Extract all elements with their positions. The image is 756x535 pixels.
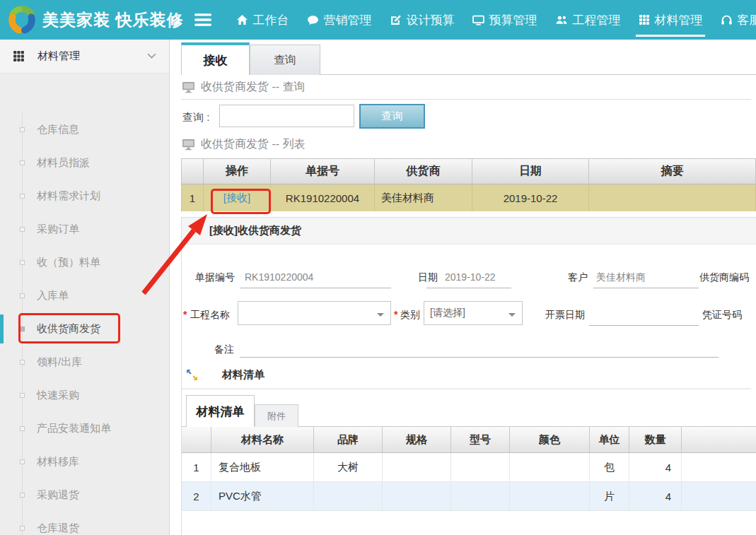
query-section-title: 收供货商发货 -- 查询 bbox=[182, 80, 306, 95]
customer-underline bbox=[593, 288, 699, 288]
invoice-date-label: 开票日期 bbox=[545, 309, 585, 322]
bullet-icon bbox=[20, 227, 25, 232]
chat-icon bbox=[307, 14, 319, 26]
bullet-icon bbox=[20, 127, 25, 132]
date-underline bbox=[426, 288, 511, 288]
material-row[interactable]: 2 PVC水管 片 4 bbox=[182, 482, 756, 511]
nav-item-customer-service[interactable]: 客服管理 bbox=[711, 0, 756, 40]
header-blank bbox=[682, 427, 756, 453]
nav-item-label: 客服管理 bbox=[737, 12, 756, 28]
header-action: 操作 bbox=[204, 158, 271, 184]
sidebar-item-material-demand-plan[interactable]: 材料需求计划 bbox=[0, 180, 168, 213]
grid-icon bbox=[639, 14, 650, 25]
doc-no-label: 单据编号 bbox=[195, 271, 235, 284]
query-button[interactable]: 查询 bbox=[359, 104, 425, 129]
header-summary: 摘要 bbox=[589, 158, 756, 184]
header-index bbox=[182, 427, 211, 453]
chevron-down-icon bbox=[147, 53, 156, 59]
red-annotation-box bbox=[18, 313, 120, 343]
sidebar-item-warehouse-info[interactable]: 仓库信息 bbox=[0, 113, 168, 146]
table-header-row: 操作 单据号 供货商 日期 摘要 bbox=[181, 158, 756, 184]
material-table: 材料名称 品牌 规格 型号 颜色 单位 数量 1 复合地板 大树 包 bbox=[182, 427, 756, 511]
nav-item-label: 设计预算 bbox=[406, 12, 454, 28]
nav-item-label: 营销管理 bbox=[323, 12, 371, 28]
project-name-select[interactable] bbox=[238, 301, 391, 325]
sidebar-item-supplier-shipment[interactable]: 收供货商发货 bbox=[0, 312, 168, 346]
nav-item-engineering[interactable]: 工程管理 bbox=[546, 0, 629, 40]
nav-item-budget[interactable]: 预算管理 bbox=[463, 0, 546, 40]
nav-item-marketing[interactable]: 营销管理 bbox=[298, 0, 380, 40]
nav-item-design-budget[interactable]: 设计预算 bbox=[380, 0, 463, 40]
receive-link[interactable]: [接收] bbox=[223, 192, 250, 205]
cell-summary bbox=[589, 184, 756, 211]
table-row[interactable]: 1 [接收] RK1910220004 美佳材料商 2019-10-22 bbox=[181, 184, 756, 211]
required-mark: * bbox=[394, 309, 397, 320]
sidebar-item-purchase-order[interactable]: 采购订单 bbox=[0, 213, 168, 246]
supplier-code-label: 供货商编码 bbox=[699, 271, 749, 284]
headset-icon bbox=[721, 14, 733, 26]
sidebar-item-material-issue[interactable]: 领料/出库 bbox=[0, 346, 168, 379]
nav-item-label: 材料管理 bbox=[654, 12, 702, 28]
nav-item-materials[interactable]: 材料管理 bbox=[629, 0, 711, 40]
cell-index: 1 bbox=[181, 184, 204, 211]
required-mark: * bbox=[183, 309, 187, 320]
remark-label: 备注 bbox=[214, 343, 234, 356]
date-value[interactable]: 2019-10-22 bbox=[445, 271, 496, 283]
cell-doc-no: RK1910220004 bbox=[271, 184, 375, 211]
header-spec: 规格 bbox=[383, 427, 451, 453]
invoice-date-underline[interactable] bbox=[589, 325, 699, 326]
material-section-title: 材料清单 bbox=[186, 368, 264, 382]
bullet-icon bbox=[20, 459, 25, 464]
main-content: 接收 查询 收供货商发货 -- 查询 查询 : 查询 收供货商发货 -- 列表 … bbox=[170, 40, 756, 535]
tab-query[interactable]: 查询 bbox=[250, 45, 320, 75]
material-section-divider bbox=[182, 388, 751, 389]
brand-logo-icon bbox=[7, 5, 37, 35]
monitor-icon bbox=[182, 139, 195, 151]
header-brand: 品牌 bbox=[314, 427, 383, 453]
nav-item-workbench[interactable]: 工作台 bbox=[227, 0, 298, 40]
sidebar-item-quick-purchase[interactable]: 快速采购 bbox=[0, 379, 168, 412]
brand-title: 美美家装 快乐装修 bbox=[42, 9, 183, 31]
hamburger-menu-icon[interactable] bbox=[194, 13, 211, 27]
sidebar-menu: 仓库信息 材料员指派 材料需求计划 采购订单 收（预）料单 入库单 收供货商发货… bbox=[0, 113, 168, 535]
doc-no-value[interactable]: RK1910220004 bbox=[245, 271, 313, 283]
sidebar-item-install-notice[interactable]: 产品安装通知单 bbox=[0, 412, 168, 445]
cell-action: [接收] bbox=[204, 184, 271, 211]
bullet-icon bbox=[20, 393, 25, 398]
main-nav: 工作台 营销管理 设计预算 预算管理 工程管理 材料管理 bbox=[227, 0, 756, 40]
sidebar-item-material-staff[interactable]: 材料员指派 bbox=[0, 146, 168, 180]
category-label: 类别 bbox=[400, 309, 420, 322]
cell-date: 2019-10-22 bbox=[472, 184, 589, 211]
material-row[interactable]: 1 复合地板 大树 包 4 bbox=[182, 453, 756, 482]
project-name-label: 工程名称 bbox=[190, 309, 230, 322]
monitor-icon bbox=[472, 14, 484, 26]
nav-item-label: 预算管理 bbox=[489, 12, 537, 28]
panel-title: [接收]收供货商发货 bbox=[209, 224, 301, 237]
material-header-row: 材料名称 品牌 规格 型号 颜色 单位 数量 bbox=[182, 427, 756, 453]
customer-value[interactable]: 美佳材料商 bbox=[596, 271, 646, 284]
nav-item-label: 工程管理 bbox=[572, 12, 620, 28]
remark-underline[interactable] bbox=[240, 357, 719, 358]
header-index bbox=[181, 158, 204, 184]
doc-no-underline bbox=[240, 288, 391, 288]
bullet-icon bbox=[20, 194, 25, 199]
tab-material-list[interactable]: 材料清单 bbox=[186, 395, 255, 427]
sidebar-header-materials[interactable]: 材料管理 bbox=[0, 40, 169, 74]
header-date: 日期 bbox=[472, 158, 589, 184]
sidebar-item-pre-receive-note[interactable]: 收（预）料单 bbox=[0, 246, 168, 279]
category-select[interactable]: [请选择] bbox=[424, 301, 523, 325]
header-supplier: 供货商 bbox=[375, 158, 472, 184]
sidebar-title: 材料管理 bbox=[37, 49, 147, 63]
sidebar-item-material-transfer[interactable]: 材料移库 bbox=[0, 445, 168, 478]
header-doc-no: 单据号 bbox=[271, 158, 375, 184]
query-input[interactable] bbox=[219, 105, 354, 127]
tab-attachment[interactable]: 附件 bbox=[255, 404, 298, 427]
sidebar: 材料管理 仓库信息 材料员指派 材料需求计划 采购订单 收（预）料单 入库单 收… bbox=[0, 40, 170, 535]
sidebar-item-inbound-note[interactable]: 入库单 bbox=[0, 279, 168, 312]
panel-titlebar: [接收]收供货商发货 bbox=[182, 218, 756, 245]
sidebar-item-warehouse-return[interactable]: 仓库退货 bbox=[0, 512, 168, 535]
chevron-down-icon bbox=[377, 313, 384, 320]
list-section-title: 收供货商发货 -- 列表 bbox=[182, 137, 306, 152]
sidebar-item-purchase-return[interactable]: 采购退货 bbox=[0, 478, 168, 512]
tab-receive[interactable]: 接收 bbox=[181, 42, 250, 75]
